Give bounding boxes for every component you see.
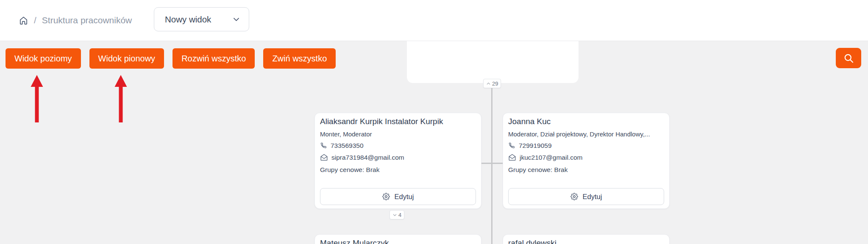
employee-email: jkuc2107@gmail.com (520, 154, 582, 161)
collapse-up-badge[interactable]: 29 (483, 79, 501, 88)
employee-card[interactable]: Aliaksandr Kurpik Instalator Kurpik Mont… (314, 113, 481, 209)
chevron-down-icon (232, 15, 240, 23)
search-icon (843, 53, 854, 64)
view-selector-value: Nowy widok (165, 14, 211, 25)
gear-icon (570, 193, 578, 200)
mail-open-icon (508, 154, 516, 161)
employee-name: Aliaksandr Kurpik Instalator Kurpik (320, 117, 476, 126)
horizontal-view-button[interactable]: Widok poziomy (6, 48, 81, 69)
expand-all-button[interactable]: Rozwiń wszystko (172, 48, 255, 69)
employee-card-partial[interactable]: rafal dylewski (503, 234, 670, 244)
collapse-down-badge[interactable]: 4 (389, 210, 404, 219)
employee-name: Joanna Kuc (508, 117, 664, 126)
connector-line-horizontal (481, 163, 503, 164)
breadcrumb-separator: / (34, 15, 36, 25)
chevron-down-icon (392, 213, 397, 217)
employee-structure-page: / Struktura pracowników Nowy widok Widok… (0, 0, 868, 244)
gear-icon (382, 193, 390, 200)
collapse-down-count: 4 (398, 212, 401, 218)
home-icon[interactable] (19, 16, 28, 25)
parent-node-card-partial[interactable] (407, 41, 579, 83)
employee-phone: 733569350 (331, 142, 364, 150)
employee-phone-row: 733569350 (320, 142, 476, 150)
annotation-arrow-vertical-view (114, 75, 127, 122)
edit-button-label: Edytuj (583, 193, 602, 201)
breadcrumb-title: Struktura pracowników (42, 15, 132, 25)
employee-name: rafal dylewski (508, 239, 664, 244)
collapse-all-button[interactable]: Zwiń wszystko (263, 48, 336, 69)
employee-email-row: sipra731984@gmail.com (320, 154, 476, 161)
employee-name: Mateusz Mularczyk (320, 239, 476, 244)
breadcrumb: / Struktura pracowników (19, 0, 132, 41)
employee-email: sipra731984@gmail.com (331, 154, 404, 161)
annotation-arrow-horizontal-view (31, 75, 43, 122)
edit-button-label: Edytuj (395, 193, 414, 201)
employee-email-row: jkuc2107@gmail.com (508, 154, 664, 161)
search-button[interactable] (836, 48, 861, 68)
view-selector-dropdown[interactable]: Nowy widok (154, 7, 249, 31)
phone-icon (320, 142, 327, 149)
edit-button[interactable]: Edytuj (508, 188, 664, 205)
employee-phone-row: 729919059 (508, 142, 664, 150)
employee-roles: Moderator, Dział projektowy, Dyrektor Ha… (508, 130, 664, 138)
employee-card[interactable]: Joanna Kuc Moderator, Dział projektowy, … (503, 113, 670, 209)
employee-roles: Monter, Moderator (320, 130, 476, 138)
price-groups-label: Grupy cenowe: Brak (320, 166, 476, 174)
employee-phone: 729919059 (519, 142, 552, 150)
chart-toolbar: Widok poziomy Widok pionowy Rozwiń wszys… (6, 48, 336, 69)
phone-icon (508, 142, 515, 149)
edit-button[interactable]: Edytuj (320, 188, 476, 205)
collapse-up-count: 29 (492, 80, 498, 87)
employee-card-partial[interactable]: Mateusz Mularczyk (314, 234, 481, 244)
vertical-view-button[interactable]: Widok pionowy (89, 48, 164, 69)
top-bar: / Struktura pracowników Nowy widok (0, 0, 868, 41)
price-groups-label: Grupy cenowe: Brak (508, 166, 664, 174)
chevron-up-icon (486, 81, 491, 86)
mail-open-icon (320, 154, 328, 161)
